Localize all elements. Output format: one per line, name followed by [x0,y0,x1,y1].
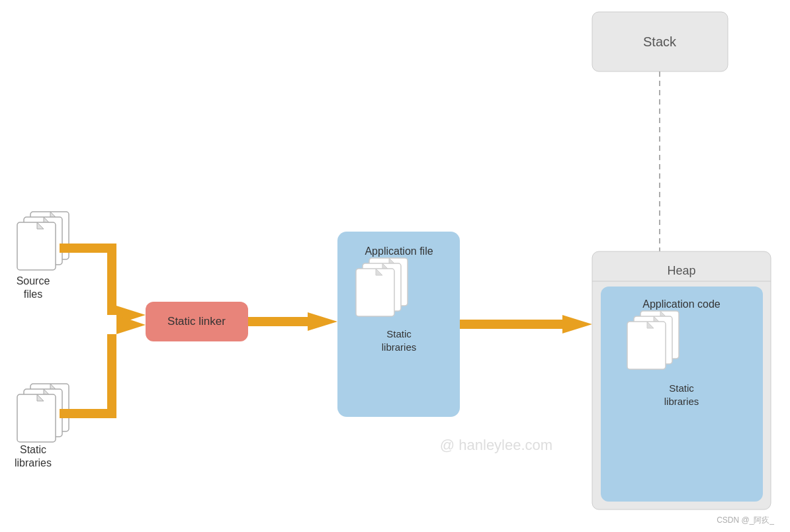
svg-rect-38 [627,322,666,369]
svg-text:Static linker: Static linker [167,315,226,328]
svg-text:libraries: libraries [382,341,417,353]
svg-text:Heap: Heap [667,264,695,277]
svg-rect-10 [107,244,116,315]
svg-rect-12 [60,409,112,418]
svg-text:libraries: libraries [664,396,699,407]
svg-text:Static: Static [20,444,46,455]
source-files-label: Source [17,275,50,287]
svg-text:libraries: libraries [15,457,52,468]
svg-text:files: files [24,288,42,300]
diagram-container: Source files Static libraries [0,0,790,532]
svg-rect-9 [60,244,112,253]
svg-rect-6 [17,394,56,442]
svg-rect-26 [460,320,562,329]
svg-rect-34 [601,287,763,502]
svg-marker-18 [308,312,337,331]
svg-text:Stack: Stack [643,34,677,49]
svg-text:Static: Static [669,382,694,394]
svg-rect-23 [356,269,394,316]
diagram-svg: Source files Static libraries [0,0,790,532]
watermark-text: @ hanleylee.com [440,437,552,453]
svg-text:Application file: Application file [365,245,433,257]
svg-text:Static: Static [386,328,412,339]
svg-rect-13 [107,334,116,418]
svg-text:Application code: Application code [642,298,721,310]
csdn-label: CSDN @_阿疚_ [717,515,774,525]
svg-marker-27 [562,315,592,333]
svg-rect-17 [248,317,308,326]
svg-rect-2 [17,222,56,270]
